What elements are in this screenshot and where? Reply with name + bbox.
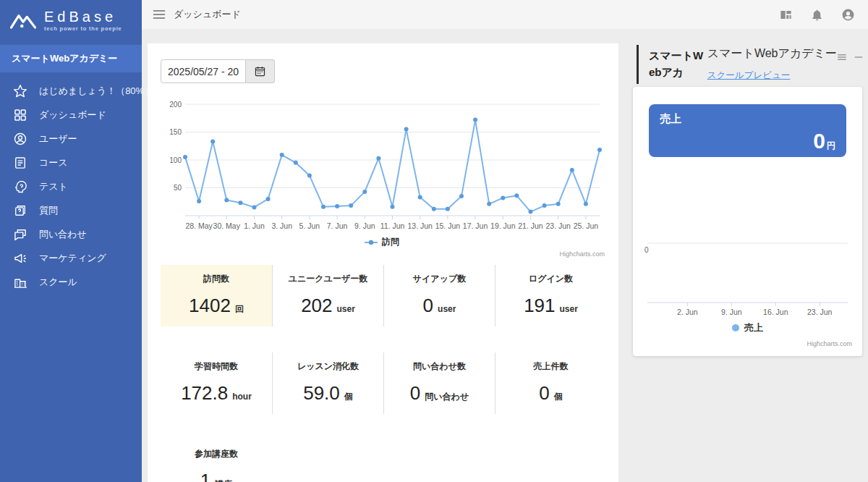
visits-chart: 5010015020028. May30. May1. Jun3. Jun5. … — [158, 94, 606, 258]
svg-text:9. Jun: 9. Jun — [721, 308, 742, 316]
stat-value: 0 — [539, 382, 549, 404]
stat-unit: 問い合わせ — [425, 392, 469, 402]
sidebar-item[interactable]: テスト — [0, 174, 142, 198]
svg-text:100: 100 — [169, 156, 182, 164]
header-accent-bar — [637, 45, 639, 84]
stat-card: 学習時間数 172.8hour — [161, 352, 272, 414]
sales-legend-label: 売上 — [744, 321, 763, 334]
sidebar-item-label: コース — [39, 156, 68, 169]
stat-card: レッスン消化数 59.0個 — [272, 352, 383, 414]
sales-legend[interactable]: 売上 — [642, 321, 854, 334]
logo[interactable]: EdBase tech power to the poeple — [0, 0, 142, 41]
inquiry-icon — [13, 227, 27, 242]
svg-text:28. May: 28. May — [185, 221, 213, 230]
menu-icon[interactable] — [152, 7, 166, 22]
svg-text:23. Jun: 23. Jun — [545, 221, 571, 230]
svg-text:9. Jun: 9. Jun — [354, 221, 375, 230]
sidebar-item-label: ダッシュボード — [39, 109, 106, 122]
sidebar-item[interactable]: マーケティング — [0, 246, 142, 270]
stat-label: 売上件数 — [498, 360, 603, 373]
svg-text:150: 150 — [169, 128, 182, 136]
stat-label: レッスン消化数 — [276, 360, 380, 373]
stat-label: 参加講座数 — [163, 448, 269, 460]
course-icon — [13, 156, 27, 170]
visits-chart-plot: 5010015020028. May30. May1. Jun3. Jun5. … — [158, 94, 604, 233]
stat-unit: user — [438, 304, 456, 314]
sales-unit: 円 — [827, 140, 835, 152]
sales-chart-plot: 02. Jun9. Jun16. Jun23. Jun — [642, 239, 854, 317]
stat-card: 訪問数 1402回 — [161, 265, 272, 326]
sidebar-item[interactable]: コース — [0, 151, 142, 174]
svg-text:25. Jun: 25. Jun — [574, 221, 599, 230]
svg-text:1. Jun: 1. Jun — [244, 221, 265, 230]
stat-label: ログイン数 — [498, 273, 603, 285]
panel-collapse-icon[interactable] — [854, 52, 864, 62]
stat-value: 0 — [410, 382, 420, 404]
svg-text:16. Jun: 16. Jun — [763, 308, 788, 316]
svg-text:15. Jun: 15. Jun — [435, 221, 461, 230]
svg-text:3. Jun: 3. Jun — [271, 221, 292, 230]
highcharts-credit[interactable]: Highcharts.com — [642, 340, 854, 347]
stat-label: ユニークユーザー数 — [276, 273, 380, 285]
test-icon — [13, 179, 27, 194]
stat-card: ログイン数 191user — [495, 265, 606, 326]
date-range-input[interactable] — [161, 59, 246, 83]
layout-icon[interactable] — [779, 8, 793, 22]
sales-chart: 02. Jun9. Jun16. Jun23. Jun 売上 Highchart… — [642, 239, 854, 347]
date-range-picker — [161, 59, 275, 83]
sidebar-item-label: マーケティング — [39, 252, 106, 265]
sidebar-item[interactable]: ダッシュボード — [0, 103, 142, 127]
sidebar-item[interactable]: 質問 — [0, 198, 142, 222]
legend-line-marker-icon — [365, 240, 378, 245]
calendar-button[interactable] — [246, 59, 275, 83]
svg-text:21. Jun: 21. Jun — [518, 221, 543, 230]
sidebar-item[interactable]: 問い合わせ — [0, 222, 142, 246]
svg-text:2. Jun: 2. Jun — [677, 308, 698, 316]
sidebar-item-label: スクール — [39, 276, 77, 289]
question-icon — [13, 203, 27, 218]
stat-card: 問い合わせ数 0問い合わせ — [383, 352, 495, 414]
svg-text:11. Jun: 11. Jun — [380, 221, 405, 230]
school-icon — [13, 275, 27, 289]
school-short-name: スマートWebアカ — [649, 45, 707, 84]
stat-unit: user — [560, 304, 578, 314]
marketing-icon — [13, 251, 27, 266]
sidebar-item-label: ユーザー — [39, 132, 77, 145]
school-preview-link[interactable]: スクールプレビュー — [707, 70, 791, 80]
stat-label: サイアップ数 — [387, 273, 492, 285]
stat-value: 1 — [200, 470, 210, 482]
svg-text:0: 0 — [644, 246, 649, 254]
stats-row: 参加講座数 1講座 — [161, 440, 606, 482]
stat-unit: 個 — [554, 392, 563, 402]
visits-legend[interactable]: 訪問 — [158, 236, 606, 248]
highcharts-credit[interactable]: Highcharts.com — [158, 250, 606, 258]
svg-text:7. Jun: 7. Jun — [327, 221, 348, 230]
dashboard-panel: 5010015020028. May30. May1. Jun3. Jun5. … — [148, 43, 618, 482]
sidebar-item-label: テスト — [39, 180, 68, 193]
notifications-icon[interactable] — [810, 8, 824, 22]
stat-unit: 回 — [235, 304, 244, 314]
legend-dot-marker-icon — [732, 324, 739, 331]
stat-value: 202 — [301, 295, 332, 316]
stats-row: 訪問数 1402回 ユニークユーザー数 202user サイアップ数 0user… — [161, 265, 606, 326]
svg-text:5. Jun: 5. Jun — [299, 221, 320, 230]
sidebar-item[interactable]: はじめましょう！（80%） — [0, 79, 142, 103]
sidebar-nav: はじめましょう！（80%） ダッシュボード ユーザー コース テスト 質問 問い… — [0, 79, 142, 294]
school-header: スマートWebアカ スマートWebアカデミー スクールプレビュー — [637, 45, 864, 84]
stats-grid: 訪問数 1402回 ユニークユーザー数 202user サイアップ数 0user… — [161, 265, 606, 482]
page-title: ダッシュボード — [174, 8, 241, 21]
svg-text:19. Jun: 19. Jun — [490, 221, 516, 230]
mountain-logo-icon — [9, 11, 38, 30]
school-selector[interactable]: スマートWebアカデミー — [0, 45, 142, 72]
stat-label: 訪問数 — [163, 273, 269, 285]
sidebar-item[interactable]: ユーザー — [0, 127, 142, 151]
sidebar-item[interactable]: スクール — [0, 270, 142, 294]
sidebar-item-label: はじめましょう！（80%） — [39, 85, 153, 98]
account-icon[interactable] — [841, 8, 855, 22]
stat-label: 問い合わせ数 — [387, 360, 492, 373]
panel-menu-icon[interactable] — [837, 52, 847, 62]
stat-unit: 講座 — [215, 479, 232, 482]
visits-legend-label: 訪問 — [382, 236, 399, 248]
sidebar-item-label: 質問 — [39, 204, 58, 217]
stat-unit: hour — [232, 392, 252, 402]
